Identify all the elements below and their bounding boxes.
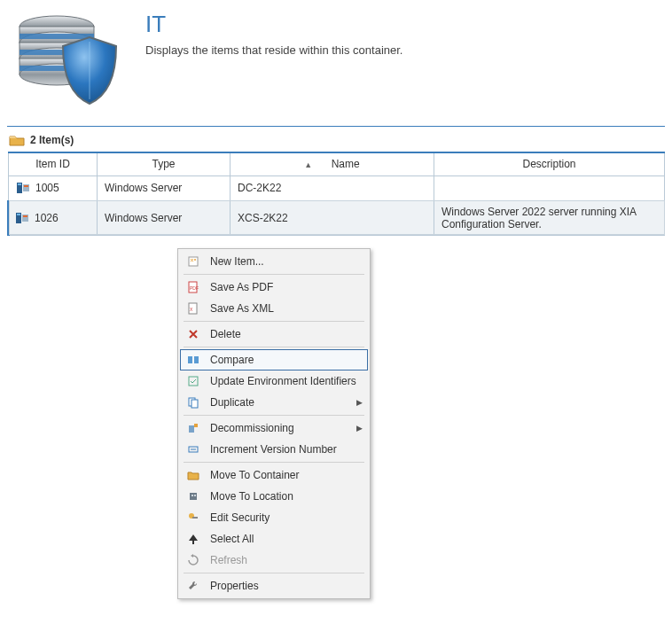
header-divider [7, 126, 665, 127]
cell-type: Windows Server [98, 176, 231, 200]
server-icon [16, 181, 30, 195]
svg-rect-7 [20, 34, 94, 39]
table-row[interactable]: 1026 Windows Server XCS-2K22 Windows Ser… [9, 200, 665, 235]
table-header-row: Item ID Type ▲ Name Description [9, 152, 665, 176]
item-count-label: 2 Item(s) [30, 134, 74, 146]
svg-rect-15 [17, 214, 20, 215]
svg-rect-13 [24, 185, 28, 187]
page-subtitle: Displays the items that reside within th… [145, 43, 402, 57]
cell-id: 1026 [35, 212, 59, 224]
cell-name: XCS-2K22 [231, 200, 434, 235]
page-title: IT [145, 11, 402, 38]
col-header-description[interactable]: Description [434, 152, 665, 176]
server-icon [15, 211, 29, 225]
cell-desc [434, 176, 665, 200]
cell-name: DC-2K22 [231, 176, 434, 200]
svg-rect-11 [18, 183, 21, 185]
col-header-type[interactable]: Type [98, 152, 231, 176]
folder-icon [9, 134, 25, 146]
cell-desc: Windows Server 2022 server running XIA C… [434, 200, 665, 235]
container-header: IT Displays the items that reside within… [7, 7, 665, 119]
items-table: Item ID Type ▲ Name Description [7, 152, 665, 236]
col-header-name-label: Name [332, 158, 360, 170]
col-header-id[interactable]: Item ID [9, 152, 98, 176]
cell-type: Windows Server [98, 200, 231, 235]
col-header-name[interactable]: ▲ Name [231, 152, 434, 176]
sort-asc-icon: ▲ [304, 160, 312, 169]
container-graphic [12, 11, 128, 108]
svg-rect-17 [23, 215, 27, 217]
table-row[interactable]: 1005 Windows Server DC-2K22 [9, 176, 665, 200]
cell-id: 1005 [35, 182, 59, 194]
item-count-row: 2 Item(s) [7, 132, 665, 152]
